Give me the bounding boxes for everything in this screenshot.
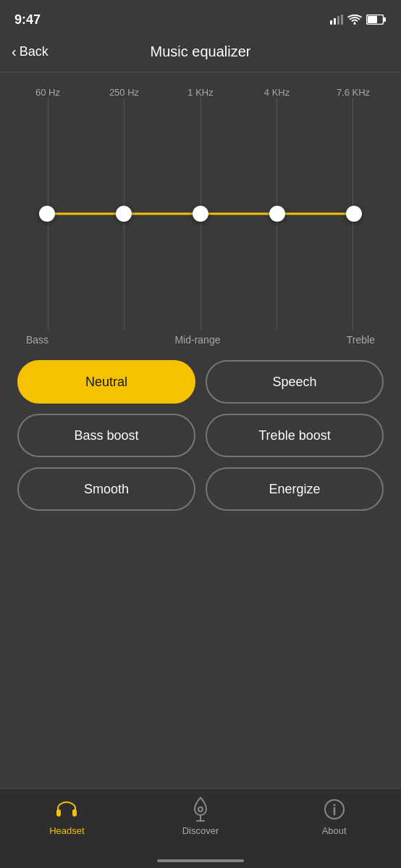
app-header: ‹ Back Music equalizer bbox=[0, 36, 401, 72]
eq-visualizer bbox=[17, 98, 384, 330]
svg-rect-8 bbox=[56, 809, 61, 817]
freq-60hz: 60 Hz bbox=[26, 87, 69, 98]
status-icons bbox=[330, 14, 387, 25]
svg-point-10 bbox=[198, 807, 203, 811]
headset-icon bbox=[55, 798, 78, 821]
svg-rect-3 bbox=[341, 14, 343, 25]
eq-knobs bbox=[39, 206, 362, 222]
svg-rect-9 bbox=[72, 809, 77, 817]
bass-label: Bass bbox=[26, 334, 48, 346]
nav-discover[interactable]: Discover bbox=[134, 798, 268, 836]
treble-label: Treble bbox=[347, 334, 375, 346]
home-indicator bbox=[157, 859, 244, 862]
eq-knob-60hz[interactable] bbox=[39, 206, 55, 222]
svg-rect-0 bbox=[330, 20, 332, 25]
preset-smooth-button[interactable]: Smooth bbox=[17, 467, 195, 511]
freq-4khz: 4 KHz bbox=[256, 87, 299, 98]
frequency-labels: 60 Hz 250 Hz 1 KHz 4 KHz 7.6 KHz bbox=[17, 87, 384, 98]
preset-neutral-button[interactable]: Neutral bbox=[17, 360, 195, 404]
eq-knob-250hz[interactable] bbox=[116, 206, 132, 222]
eq-knob-4khz[interactable] bbox=[269, 206, 285, 222]
equalizer-section: 60 Hz 250 Hz 1 KHz 4 KHz 7.6 KHz Bass Mi… bbox=[0, 72, 401, 346]
preset-speech-button[interactable]: Speech bbox=[206, 360, 384, 404]
bottom-navigation: Headset Discover About bbox=[0, 788, 401, 868]
presets-grid: Neutral Speech Bass boost Treble boost S… bbox=[17, 360, 384, 511]
svg-point-4 bbox=[354, 22, 356, 25]
nav-headset-label: Headset bbox=[49, 825, 84, 836]
page-title: Music equalizer bbox=[151, 43, 251, 60]
signal-icon bbox=[330, 14, 343, 25]
svg-rect-7 bbox=[384, 17, 386, 22]
nav-about-label: About bbox=[322, 825, 347, 836]
status-time: 9:47 bbox=[14, 12, 41, 28]
svg-rect-1 bbox=[334, 18, 336, 25]
back-label: Back bbox=[20, 44, 48, 59]
back-button[interactable]: ‹ Back bbox=[12, 43, 48, 60]
eq-knob-76khz[interactable] bbox=[346, 206, 362, 222]
discover-icon bbox=[189, 798, 212, 821]
svg-rect-6 bbox=[368, 16, 377, 23]
eq-knob-1khz[interactable] bbox=[193, 206, 208, 222]
frequency-range-labels: Bass Mid-range Treble bbox=[17, 334, 384, 346]
svg-point-15 bbox=[333, 804, 335, 806]
freq-1khz: 1 KHz bbox=[179, 87, 222, 98]
nav-discover-label: Discover bbox=[182, 825, 219, 836]
battery-icon bbox=[366, 14, 387, 25]
about-icon bbox=[323, 798, 346, 821]
preset-bass-boost-button[interactable]: Bass boost bbox=[17, 414, 195, 457]
svg-rect-2 bbox=[337, 16, 339, 25]
wifi-icon bbox=[347, 14, 362, 25]
status-bar: 9:47 bbox=[0, 0, 401, 36]
freq-250hz: 250 Hz bbox=[103, 87, 146, 98]
nav-about[interactable]: About bbox=[267, 798, 401, 836]
back-chevron-icon: ‹ bbox=[12, 43, 17, 60]
nav-headset[interactable]: Headset bbox=[0, 798, 134, 836]
freq-76khz: 7.6 KHz bbox=[332, 87, 375, 98]
preset-treble-boost-button[interactable]: Treble boost bbox=[206, 414, 384, 457]
preset-energize-button[interactable]: Energize bbox=[206, 467, 384, 511]
presets-section: Neutral Speech Bass boost Treble boost S… bbox=[0, 346, 401, 511]
midrange-label: Mid-range bbox=[174, 334, 220, 346]
